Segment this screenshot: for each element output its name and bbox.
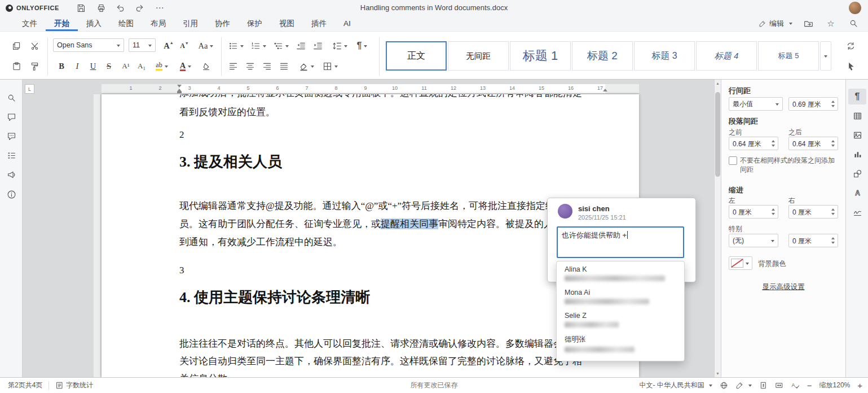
table-settings-button[interactable] <box>848 108 866 124</box>
paste-button[interactable] <box>9 59 24 73</box>
sidebar-comments-button[interactable] <box>2 109 20 125</box>
track-changes-button[interactable] <box>735 381 752 390</box>
tab-plugins[interactable]: 插件 <box>303 16 335 31</box>
save-button[interactable] <box>73 1 88 15</box>
scrollbar-thumb[interactable] <box>715 92 720 177</box>
spellcheck-button[interactable]: A <box>791 381 800 390</box>
spin-up-icon[interactable] <box>772 207 775 211</box>
spin-down-icon[interactable] <box>772 213 775 217</box>
font-size-combo[interactable]: 11 <box>129 38 156 52</box>
tab-protection[interactable]: 保护 <box>239 16 271 31</box>
left-margin-marker[interactable] <box>177 91 182 93</box>
spin-down-icon[interactable] <box>831 242 835 246</box>
select-all-button[interactable] <box>843 58 858 74</box>
increase-font-button[interactable]: A ▲ <box>161 38 176 53</box>
show-advanced-settings-link[interactable]: 显示高级设置 <box>729 282 838 292</box>
justify-button[interactable] <box>276 59 291 73</box>
strikeout-button[interactable]: S <box>102 59 116 73</box>
tab-collaboration[interactable]: 协作 <box>206 16 239 31</box>
sidebar-navigation-button[interactable] <box>2 147 20 163</box>
language-selector[interactable]: 中文- 中华人民共和国 <box>639 381 712 390</box>
spacing-before-spinner[interactable]: 0.64 厘米 <box>729 137 778 150</box>
spin-down-icon[interactable] <box>831 213 835 217</box>
tab-file[interactable]: 文件 <box>14 16 46 31</box>
vertical-ruler[interactable] <box>94 94 101 377</box>
page-number-indicator[interactable]: 第2页共4页 <box>8 378 42 393</box>
line-spacing-type-dropdown[interactable]: 最小值 <box>729 97 783 111</box>
style-heading-1[interactable]: 标题 1 <box>510 41 571 71</box>
tab-layout[interactable]: 布局 <box>142 16 174 31</box>
spin-up-icon[interactable] <box>831 207 835 211</box>
spin-up-icon[interactable] <box>831 99 835 103</box>
decrease-indent-button[interactable] <box>293 38 308 53</box>
special-indent-dropdown[interactable]: (无) <box>729 234 778 247</box>
vertical-scrollbar[interactable]: ▲ ▼ <box>714 80 721 377</box>
align-left-button[interactable] <box>226 59 240 73</box>
user-avatar[interactable] <box>849 2 861 14</box>
tab-ai[interactable]: AI <box>335 16 359 31</box>
highlight-color-button[interactable]: ab <box>151 59 173 73</box>
align-right-button[interactable] <box>259 59 274 73</box>
paragraph-settings-button[interactable]: ¶ <box>848 89 866 104</box>
sidebar-about-button[interactable] <box>2 186 20 202</box>
mention-item[interactable]: Mona Ai <box>557 285 684 308</box>
style-gallery-expand-button[interactable] <box>820 41 831 71</box>
decrease-font-button[interactable]: A ▼ <box>177 38 192 53</box>
scroll-down-icon[interactable]: ▼ <box>715 372 721 375</box>
textart-settings-button[interactable]: A <box>848 185 866 200</box>
spin-up-icon[interactable] <box>831 235 835 239</box>
mention-item[interactable]: Alina K <box>557 261 684 285</box>
tab-stop-selector[interactable]: L <box>25 84 34 94</box>
cut-button[interactable] <box>27 38 42 53</box>
subscript-button[interactable]: A₁ <box>134 59 149 73</box>
style-no-spacing[interactable]: 无间距 <box>448 41 509 71</box>
tab-view[interactable]: 视图 <box>271 16 303 31</box>
numbered-list-button[interactable] <box>248 38 268 53</box>
spinner-arrows[interactable] <box>830 207 836 217</box>
right-indent-marker[interactable] <box>603 89 607 91</box>
print-button[interactable] <box>94 1 108 15</box>
zoom-level-selector[interactable]: 缩放120% <box>819 381 851 390</box>
font-name-combo[interactable]: Open Sans <box>53 38 124 52</box>
sidebar-search-button[interactable] <box>2 90 20 106</box>
format-painter-button[interactable] <box>27 59 42 73</box>
background-color-picker[interactable] <box>729 256 752 270</box>
multilevel-list-button[interactable] <box>271 38 291 53</box>
shading-button[interactable] <box>296 59 317 73</box>
superscript-button[interactable]: A¹ <box>118 59 133 73</box>
italic-button[interactable]: I <box>70 59 85 73</box>
bold-button[interactable]: B <box>54 59 69 73</box>
style-heading-5[interactable]: 标题 5 <box>758 41 819 71</box>
sidebar-feedback-button[interactable] <box>2 167 20 182</box>
favorite-button[interactable]: ☆ <box>824 17 838 30</box>
sidebar-chat-button[interactable] <box>2 128 20 144</box>
style-heading-4[interactable]: 标题 4 <box>696 41 757 71</box>
align-center-button[interactable] <box>243 59 257 73</box>
shape-settings-button[interactable] <box>848 165 866 181</box>
spin-down-icon[interactable] <box>772 145 775 149</box>
indent-left-spinner[interactable]: 0 厘米 <box>729 205 778 219</box>
fit-page-button[interactable] <box>759 381 768 390</box>
undo-button[interactable] <box>113 1 127 15</box>
first-line-indent-marker[interactable] <box>177 85 182 88</box>
clear-style-button[interactable] <box>199 59 213 73</box>
spinner-arrows[interactable] <box>830 99 836 109</box>
increase-indent-button[interactable] <box>310 38 325 53</box>
font-color-button[interactable]: A <box>175 59 196 73</box>
spacing-after-spinner[interactable]: 0.64 厘米 <box>788 137 838 150</box>
chart-settings-button[interactable] <box>848 146 866 162</box>
search-button-top[interactable] <box>847 17 860 30</box>
nonprinting-characters-button[interactable]: ¶ <box>352 38 372 53</box>
indent-right-spinner[interactable]: 0 厘米 <box>788 205 838 219</box>
tab-home[interactable]: 开始 <box>46 16 78 31</box>
horizontal-ruler[interactable]: 1234567891011121314151617 <box>102 84 639 94</box>
style-heading-3[interactable]: 标题 3 <box>634 41 695 71</box>
underline-button[interactable]: U <box>86 59 100 73</box>
style-normal[interactable]: 正文 <box>386 41 447 71</box>
line-spacing-value-spinner[interactable]: 0.69 厘米 <box>788 97 838 111</box>
spinner-arrows[interactable] <box>770 207 777 217</box>
no-space-between-checkbox[interactable] <box>729 156 737 165</box>
change-case-button[interactable]: Aa <box>195 38 217 53</box>
redo-button[interactable] <box>132 1 147 15</box>
edit-mode-selector[interactable]: 编辑 <box>759 19 792 29</box>
